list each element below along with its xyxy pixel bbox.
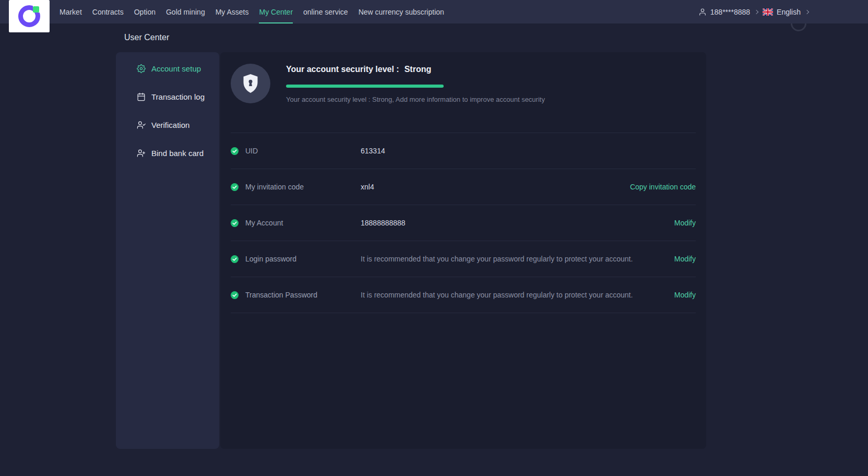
nav-item-my-center[interactable]: My Center bbox=[259, 0, 293, 23]
security-progress-fill bbox=[286, 85, 444, 88]
modify-account-link[interactable]: Modify bbox=[674, 219, 696, 227]
calendar-icon bbox=[137, 92, 146, 101]
security-summary: Your account security level :Strong Your… bbox=[231, 52, 696, 133]
security-progress-bar bbox=[286, 85, 444, 88]
page-title: User Center bbox=[124, 33, 169, 42]
nav-item-new-currency-subscription[interactable]: New currency subscription bbox=[359, 0, 444, 23]
setting-row-login-password: Login password It is recommended that yo… bbox=[231, 241, 696, 277]
setting-row-invitation-code: My invitation code xnl4 Copy invitation … bbox=[231, 169, 696, 205]
sidebar-item-label: Account setup bbox=[151, 64, 201, 73]
setting-row-my-account: My Account 18888888888 Modify bbox=[231, 205, 696, 241]
setting-row-transaction-password: Transaction Password It is recommended t… bbox=[231, 277, 696, 313]
sidebar-item-account-setup[interactable]: Account setup bbox=[116, 54, 219, 82]
setting-label: My invitation code bbox=[245, 183, 361, 191]
user-icon bbox=[137, 149, 146, 158]
setting-label: My Account bbox=[245, 219, 361, 227]
setting-value: xnl4 bbox=[361, 183, 620, 191]
setting-value: 18888888888 bbox=[361, 219, 664, 227]
sidebar-item-verification[interactable]: Verification bbox=[116, 111, 219, 139]
uk-flag-icon bbox=[763, 8, 773, 16]
check-icon bbox=[231, 255, 239, 263]
setting-value: It is recommended that you change your p… bbox=[361, 291, 664, 299]
check-icon bbox=[231, 219, 239, 227]
main-nav: Market Contracts Option Gold mining My A… bbox=[60, 0, 444, 23]
top-nav-bar: Market Contracts Option Gold mining My A… bbox=[0, 0, 868, 23]
security-level-title: Your account security level :Strong bbox=[286, 65, 696, 74]
brand-logo-mark bbox=[18, 5, 40, 27]
setting-value: 613314 bbox=[361, 147, 696, 155]
shield-icon bbox=[231, 64, 270, 103]
account-phone[interactable]: 188****8888 bbox=[710, 8, 750, 16]
user-icon bbox=[137, 121, 146, 129]
sidebar: Account setup Transaction log Verificati… bbox=[116, 52, 219, 449]
check-icon bbox=[231, 183, 239, 191]
logo-green-square bbox=[33, 6, 39, 13]
chevron-right-icon bbox=[805, 9, 809, 14]
account-setup-panel: Your account security level :Strong Your… bbox=[220, 52, 706, 449]
security-level-value: Strong bbox=[405, 65, 432, 74]
account-settings-list: UID 613314 My invitation code xnl4 Copy … bbox=[220, 133, 706, 313]
setting-row-uid: UID 613314 bbox=[231, 133, 696, 169]
brand-logo[interactable] bbox=[9, 0, 50, 32]
nav-item-option[interactable]: Option bbox=[134, 0, 156, 23]
gear-icon bbox=[137, 64, 146, 73]
nav-right-cluster: 188****8888 English bbox=[698, 0, 810, 23]
sidebar-item-transaction-log[interactable]: Transaction log bbox=[116, 82, 219, 111]
modify-transaction-password-link[interactable]: Modify bbox=[674, 291, 696, 299]
nav-item-online-service[interactable]: online service bbox=[303, 0, 348, 23]
setting-label: Login password bbox=[245, 255, 361, 263]
setting-value: It is recommended that you change your p… bbox=[361, 255, 664, 263]
nav-item-gold-mining[interactable]: Gold mining bbox=[166, 0, 205, 23]
security-info: Your account security level :Strong Your… bbox=[286, 64, 696, 133]
language-selector[interactable]: English bbox=[777, 8, 801, 16]
chevron-right-icon bbox=[754, 9, 758, 14]
nav-item-contracts[interactable]: Contracts bbox=[92, 0, 124, 23]
nav-item-market[interactable]: Market bbox=[60, 0, 82, 23]
sidebar-item-label: Verification bbox=[151, 121, 189, 129]
sidebar-item-label: Bind bank card bbox=[151, 149, 204, 158]
check-icon bbox=[231, 291, 239, 299]
check-icon bbox=[231, 147, 239, 155]
sidebar-item-bind-bank-card[interactable]: Bind bank card bbox=[116, 139, 219, 167]
security-subtitle: Your account security level : Strong, Ad… bbox=[286, 96, 696, 103]
user-icon bbox=[698, 8, 707, 16]
sidebar-item-label: Transaction log bbox=[151, 92, 205, 101]
setting-label: UID bbox=[245, 147, 361, 155]
modify-login-password-link[interactable]: Modify bbox=[674, 255, 696, 263]
nav-item-my-assets[interactable]: My Assets bbox=[216, 0, 249, 23]
setting-label: Transaction Password bbox=[245, 291, 361, 299]
security-level-label: Your account security level : bbox=[286, 65, 399, 74]
copy-invitation-code-link[interactable]: Copy invitation code bbox=[630, 183, 696, 191]
